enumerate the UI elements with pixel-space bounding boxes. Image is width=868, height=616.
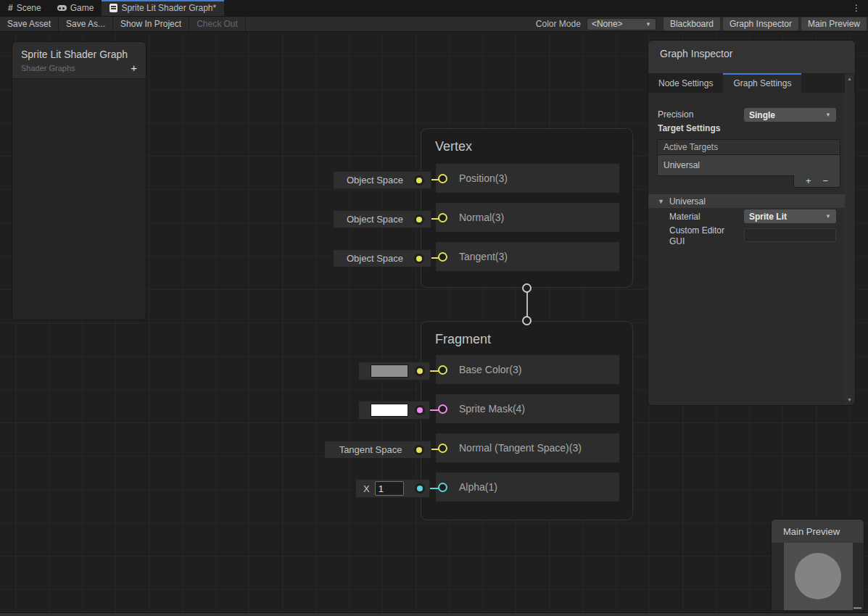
universal-foldout[interactable]: ▼ Universal — [648, 194, 847, 208]
tab-scene[interactable]: # Scene — [0, 0, 49, 16]
color-mode-dropdown[interactable]: <None> ▼ — [587, 18, 656, 30]
scroll-down-icon[interactable]: ▼ — [845, 397, 854, 402]
normal-space-widget-dropdown[interactable]: Tangent Space — [324, 441, 431, 459]
blackboard-panel[interactable]: Sprite Lit Shader Graph Shader Graphs + — [12, 41, 146, 320]
normal-port[interactable] — [438, 213, 447, 222]
tangent-space-dropdown[interactable]: Object Space — [333, 249, 431, 267]
custom-editor-gui-input[interactable] — [744, 228, 836, 242]
vertex-node-title: Vertex — [421, 129, 632, 154]
target-settings-label: Target Settings — [658, 123, 720, 133]
base-color-widget-dot — [417, 368, 423, 374]
precision-label: Precision — [658, 109, 693, 120]
base-color-port[interactable] — [438, 365, 447, 375]
fragment-node[interactable]: Fragment Base Color(3) Sprite Mask(4) No… — [421, 321, 633, 520]
normal-tangent-space-port[interactable] — [438, 444, 447, 453]
tab-shader-graph-label: Sprite Lit Shader Graph* — [121, 3, 216, 13]
fragment-base-color-row: Base Color(3) — [436, 355, 619, 384]
fragment-in-port[interactable] — [522, 316, 532, 325]
save-as-button[interactable]: Save As... — [59, 17, 113, 31]
active-targets-header: Active Targets — [658, 140, 840, 155]
fragment-node-title: Fragment — [421, 322, 632, 347]
preview-sprite-circle — [795, 553, 841, 599]
gamepad-icon — [57, 5, 67, 11]
tab-game-label: Game — [70, 3, 94, 13]
graph-inspector-toggle-button[interactable]: Graph Inspector — [723, 17, 798, 30]
alpha-port-label: Alpha(1) — [459, 481, 497, 493]
fragment-normal-row: Normal (Tangent Space)(3) — [436, 433, 619, 462]
base-color-swatch[interactable] — [371, 365, 408, 378]
graph-settings-content: Precision Single ▼ Target Settings Activ… — [648, 93, 855, 405]
scroll-up-icon[interactable]: ▲ — [845, 76, 854, 81]
shader-graph-toolbar: Save Asset Save As... Show In Project Ch… — [0, 16, 868, 32]
color-mode-label: Color Mode — [530, 17, 587, 31]
tab-graph-settings[interactable]: Graph Settings — [723, 73, 801, 93]
universal-foldout-label: Universal — [669, 196, 706, 207]
alpha-port[interactable] — [438, 483, 447, 492]
material-value: Sprite Lit — [749, 212, 787, 222]
add-property-button[interactable]: + — [131, 64, 137, 72]
main-preview-title: Main Preview — [783, 526, 840, 537]
main-preview-panel[interactable]: Main Preview — [771, 519, 864, 611]
chevron-down-icon: ▼ — [825, 213, 831, 220]
add-target-button[interactable]: + — [806, 178, 811, 185]
chevron-down-icon: ▼ — [645, 21, 651, 28]
tangent-port[interactable] — [438, 252, 447, 262]
sprite-mask-widget-dot — [417, 407, 423, 413]
position-port[interactable] — [438, 174, 447, 183]
window-menu-icon[interactable]: ⋮ — [845, 0, 868, 16]
fragment-sprite-mask-row: Sprite Mask(4) — [436, 394, 619, 423]
graph-canvas[interactable]: Sprite Lit Shader Graph Shader Graphs + … — [0, 32, 868, 612]
sprite-mask-swatch[interactable] — [371, 404, 408, 417]
scene-grid-icon: # — [8, 3, 13, 13]
graph-inspector-panel[interactable]: Graph Inspector Node Settings Graph Sett… — [648, 40, 856, 406]
save-asset-button[interactable]: Save Asset — [0, 17, 59, 31]
tab-shader-graph[interactable]: Sprite Lit Shader Graph* — [102, 0, 224, 16]
vertex-normal-row: Normal(3) — [436, 203, 619, 232]
vertex-node[interactable]: Vertex Position(3) Normal(3) Tangent(3) — [421, 128, 633, 288]
tab-bar: # Scene Game Sprite Lit Shader Graph* ⋮ — [0, 0, 868, 16]
active-target-item-universal[interactable]: Universal — [658, 155, 840, 175]
normal-tangent-space-port-label: Normal (Tangent Space)(3) — [459, 442, 582, 454]
alpha-value-input[interactable] — [375, 481, 404, 496]
chevron-down-icon: ▼ — [825, 112, 831, 118]
normal-space-value: Object Space — [334, 214, 416, 225]
vertex-tangent-row: Tangent(3) — [436, 242, 619, 271]
main-preview-viewport — [772, 543, 864, 610]
target-list-buttons: + − — [793, 175, 840, 188]
tab-scene-label: Scene — [17, 3, 41, 13]
material-label: Material — [669, 212, 700, 222]
normal-space-widget-dot — [416, 447, 422, 453]
check-out-button: Check Out — [189, 17, 246, 31]
position-space-value: Object Space — [334, 175, 416, 186]
position-widget-dot — [416, 178, 422, 183]
show-in-project-button[interactable]: Show In Project — [113, 17, 189, 31]
active-targets-list: Active Targets Universal — [657, 139, 840, 176]
normal-space-widget-value: Tangent Space — [325, 444, 416, 455]
alpha-widget: X — [355, 479, 430, 498]
preview-resize-handle[interactable] — [853, 607, 861, 609]
blackboard-toggle-button[interactable]: Blackboard — [664, 17, 720, 30]
preview-quad — [784, 543, 853, 610]
material-dropdown[interactable]: Sprite Lit ▼ — [744, 209, 836, 223]
base-color-widget — [358, 362, 430, 380]
tab-node-settings[interactable]: Node Settings — [648, 73, 723, 93]
normal-space-dropdown[interactable]: Object Space — [333, 210, 431, 228]
position-space-dropdown[interactable]: Object Space — [333, 171, 431, 189]
sprite-mask-port[interactable] — [438, 404, 447, 414]
precision-dropdown[interactable]: Single ▼ — [744, 108, 836, 122]
tab-game[interactable]: Game — [49, 0, 102, 16]
main-preview-toggle-button[interactable]: Main Preview — [801, 17, 867, 30]
inspector-scrollbar[interactable]: ▲ ▼ — [845, 74, 854, 404]
vertex-out-port[interactable] — [522, 283, 532, 293]
graph-inspector-header: Graph Inspector — [648, 41, 855, 73]
tangent-port-label: Tangent(3) — [459, 251, 508, 262]
normal-port-label: Normal(3) — [459, 212, 504, 223]
remove-target-button[interactable]: − — [822, 178, 828, 185]
custom-editor-gui-label: Custom Editor GUI — [669, 225, 739, 247]
blackboard-subtitle-row: Shader Graphs + — [12, 62, 146, 79]
graph-inspector-title: Graph Inspector — [660, 48, 732, 59]
sprite-mask-widget — [358, 401, 430, 420]
precision-value: Single — [749, 110, 775, 120]
fragment-alpha-row: Alpha(1) — [436, 473, 619, 501]
foldout-arrow-icon: ▼ — [658, 198, 664, 205]
